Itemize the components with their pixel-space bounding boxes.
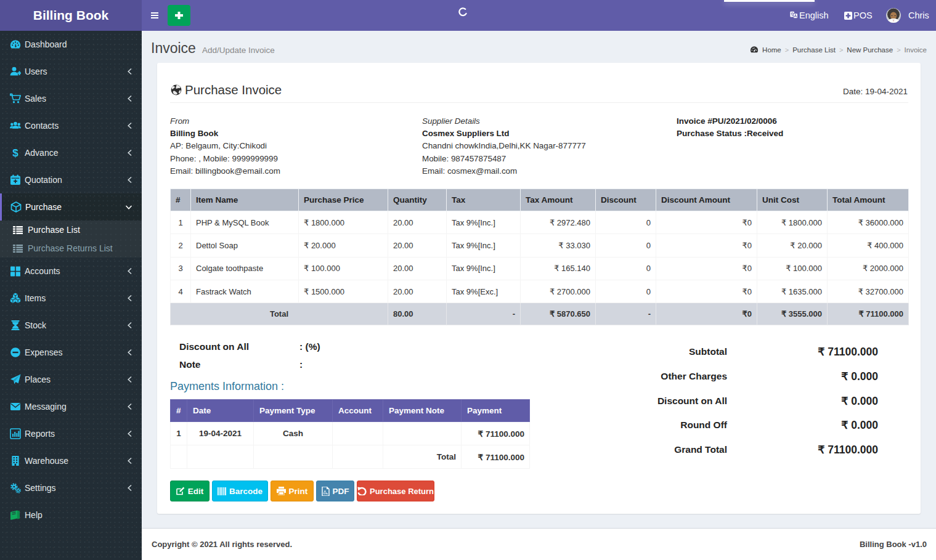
svg-text:$: $ (12, 147, 18, 158)
